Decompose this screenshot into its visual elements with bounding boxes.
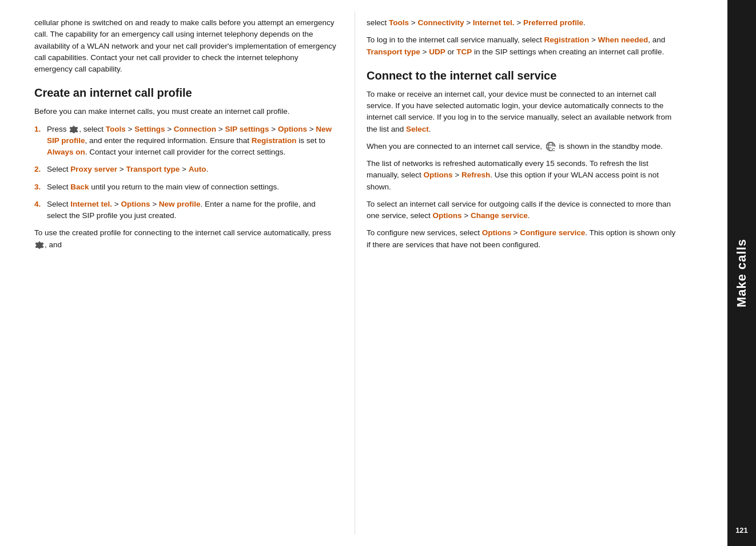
right-para7: To configure new services, select Option… xyxy=(367,227,681,251)
right-internet-tel: Internet tel. xyxy=(473,18,515,27)
step2-transport: Transport type xyxy=(126,165,180,173)
internet-connected-icon: C xyxy=(546,141,556,152)
step1-registration: Registration xyxy=(252,136,297,145)
step1-sip: SIP settings xyxy=(225,125,269,133)
right-change-service: Change service xyxy=(471,211,528,220)
right-connectivity: Connectivity xyxy=(417,18,464,27)
right-para6: To select an internet call service for o… xyxy=(367,199,681,222)
step4-internet-tel: Internet tel. xyxy=(70,200,112,208)
right-para2: To log in to the internet call service m… xyxy=(367,34,681,58)
section1-intro: Before you can make internet calls, you … xyxy=(34,106,337,117)
svg-text:C: C xyxy=(552,147,555,152)
right-transport-type: Transport type xyxy=(367,48,420,56)
right-tools: Tools xyxy=(389,18,409,27)
step-2-number: 2. xyxy=(34,164,47,175)
step-2: 2. Select Proxy server > Transport type … xyxy=(34,164,337,175)
right-select: Select xyxy=(406,125,429,133)
step4-options: Options xyxy=(121,200,150,208)
right-configure-service: Configure service xyxy=(520,228,585,237)
page-container: cellular phone is switched on and ready … xyxy=(0,0,756,546)
footer-paragraph: To use the created profile for connectin… xyxy=(34,227,337,251)
right-para5: The list of networks is refreshed automa… xyxy=(367,158,681,193)
step-1-text: Press , select Tools > Settings > Connec… xyxy=(47,124,337,159)
step-4-number: 4. xyxy=(34,199,47,222)
right-column: select Tools > Connectivity > Internet t… xyxy=(355,11,698,535)
right-preferred-profile: Preferred profile xyxy=(523,18,583,27)
section1-heading: Create an internet call profile xyxy=(34,85,337,100)
step3-back: Back xyxy=(70,183,89,191)
step-3-text: Select Back until you return to the main… xyxy=(47,181,337,193)
right-options2: Options xyxy=(433,211,462,220)
side-tab-label: Make calls xyxy=(734,239,749,307)
right-para3: To make or receive an internet call, you… xyxy=(367,89,681,135)
step-4-text: Select Internet tel. > Options > New pro… xyxy=(47,199,337,222)
right-para4: When you are connected to an internet ca… xyxy=(367,141,681,152)
step-2-text: Select Proxy server > Transport type > A… xyxy=(47,164,337,175)
right-options3: Options xyxy=(482,228,511,237)
right-registration: Registration xyxy=(544,35,589,44)
intro-paragraph: cellular phone is switched on and ready … xyxy=(34,17,337,75)
step-4: 4. Select Internet tel. > Options > New … xyxy=(34,199,337,222)
step-3: 3. Select Back until you return to the m… xyxy=(34,181,337,193)
section2-heading: Connect to the internet call service xyxy=(367,68,681,83)
page-number: 121 xyxy=(727,526,756,535)
step1-settings: Settings xyxy=(134,125,165,133)
right-when-needed: When needed xyxy=(598,35,648,44)
step-1-number: 1. xyxy=(34,124,47,159)
step-list: 1. Press , select Tools > Settings > Con… xyxy=(34,124,337,222)
right-udp: UDP xyxy=(429,48,445,56)
right-tcp: TCP xyxy=(456,48,472,56)
main-content: cellular phone is switched on and ready … xyxy=(0,0,727,546)
step1-tools: Tools xyxy=(106,125,126,133)
side-tab: Make calls 121 xyxy=(727,0,756,546)
gear-icon-2 xyxy=(35,240,44,250)
step1-always-on: Always on xyxy=(47,148,85,156)
gear-icon-1 xyxy=(69,125,78,134)
step2-auto: Auto xyxy=(189,165,206,173)
step1-connection: Connection xyxy=(174,125,216,133)
step2-proxy: Proxy server xyxy=(70,165,117,173)
right-top-para: select Tools > Connectivity > Internet t… xyxy=(367,17,681,29)
right-refresh: Refresh xyxy=(461,171,490,179)
step-3-number: 3. xyxy=(34,181,47,193)
step-1: 1. Press , select Tools > Settings > Con… xyxy=(34,124,337,159)
step1-options: Options xyxy=(278,125,307,133)
step4-new-profile: New profile xyxy=(159,200,201,208)
left-column: cellular phone is switched on and ready … xyxy=(0,11,355,535)
right-options: Options xyxy=(424,171,453,179)
